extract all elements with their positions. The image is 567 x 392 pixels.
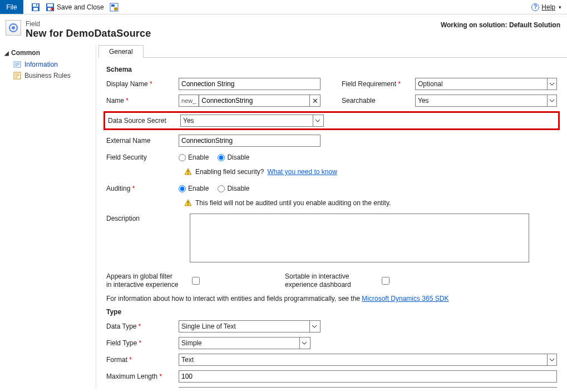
entity-type-label: Field — [26, 20, 151, 28]
file-menu[interactable]: File — [0, 0, 23, 14]
svg-rect-5 — [47, 4, 53, 7]
chevron-down-icon: ▾ — [559, 4, 561, 10]
searchable-value: Yes — [418, 97, 429, 105]
sdk-info-text: For information about how to interact wi… — [106, 295, 362, 302]
searchable-label: Searchable — [332, 97, 415, 105]
searchable-select[interactable]: Yes — [415, 95, 557, 107]
description-label: Description — [106, 214, 179, 222]
sidebar: ◢ Common Information Business Rules — [0, 44, 96, 389]
field-requirement-label: Field Requirement — [332, 80, 415, 88]
warning-icon — [184, 168, 192, 176]
data-type-label: Data Type — [106, 322, 179, 330]
name-input[interactable] — [199, 95, 310, 107]
ime-mode-select[interactable]: auto — [179, 387, 557, 388]
format-value: Text — [181, 356, 194, 364]
info-icon — [13, 61, 21, 68]
data-type-select[interactable]: Single Line of Text — [179, 320, 321, 333]
tab-general[interactable]: General — [98, 45, 144, 58]
section-schema: Schema — [106, 66, 557, 73]
auditing-disable[interactable]: Disable — [218, 185, 249, 192]
field-type-value: Simple — [181, 339, 202, 347]
field-type-label: Field Type — [106, 339, 179, 347]
format-select[interactable]: Text — [179, 354, 557, 366]
global-filter-checkbox[interactable] — [192, 277, 200, 285]
svg-rect-10 — [111, 4, 115, 7]
section-type: Type — [106, 308, 557, 316]
data-source-secret-label: Data Source Secret — [106, 117, 180, 125]
svg-rect-2 — [33, 8, 38, 11]
name-label: Name — [106, 97, 179, 105]
page-title: New for DemoDataSource — [26, 28, 151, 39]
svg-rect-3 — [36, 4, 37, 6]
sortable-checkbox[interactable] — [382, 277, 389, 285]
clear-icon[interactable]: ✕ — [310, 97, 320, 105]
sidebar-item-business-rules[interactable]: Business Rules — [3, 70, 96, 81]
chevron-down-icon — [547, 78, 556, 90]
solution-context: Working on solution: Default Solution — [441, 20, 560, 29]
save-and-close-button[interactable]: Save and Close — [46, 3, 104, 12]
save-button[interactable] — [31, 3, 40, 12]
name-prefix: new_ — [179, 95, 199, 106]
field-security-warning: Enabling field security? — [195, 168, 264, 176]
format-label: Format — [106, 356, 179, 364]
sidebar-section-common[interactable]: ◢ Common — [3, 48, 96, 59]
enable-label: Enable — [188, 185, 209, 192]
help-icon: ? — [531, 3, 539, 11]
sidebar-item-information[interactable]: Information — [3, 59, 96, 70]
auditing-enable[interactable]: Enable — [179, 185, 209, 192]
help-label: Help — [541, 3, 555, 11]
chevron-down-icon — [309, 321, 319, 332]
chevron-down-icon — [313, 115, 322, 126]
field-security-link[interactable]: What you need to know — [267, 168, 337, 176]
maximum-length-input[interactable] — [179, 370, 557, 383]
save-close-icon — [46, 3, 55, 12]
chevron-down-icon — [299, 338, 309, 349]
field-security-disable[interactable]: Disable — [218, 153, 249, 161]
data-source-secret-select[interactable]: Yes — [180, 115, 324, 127]
maximum-length-label: Maximum Length — [106, 373, 179, 380]
sidebar-item-label: Information — [24, 61, 58, 68]
display-name-input[interactable] — [179, 78, 321, 90]
collapse-icon: ◢ — [4, 50, 9, 56]
help-menu[interactable]: ? Help ▾ — [531, 0, 567, 14]
save-icon — [31, 3, 40, 12]
svg-point-24 — [188, 173, 189, 174]
sortable-label: Sortable in interactive experience dashb… — [285, 272, 368, 289]
field-requirement-value: Optional — [418, 80, 443, 88]
field-security-label: Field Security — [106, 153, 179, 161]
chevron-down-icon — [547, 354, 556, 365]
disable-label: Disable — [227, 185, 249, 192]
external-name-input[interactable] — [179, 135, 321, 147]
sdk-link[interactable]: Microsoft Dynamics 365 SDK — [362, 295, 448, 302]
warning-icon — [184, 199, 192, 207]
description-textarea[interactable] — [190, 214, 529, 262]
global-filter-label: Appears in global filter in interactive … — [106, 272, 179, 289]
entity-icon — [6, 20, 21, 36]
name-field[interactable]: new_ ✕ — [179, 95, 321, 107]
enable-label: Enable — [188, 153, 209, 161]
disable-label: Disable — [227, 153, 249, 161]
svg-point-13 — [12, 26, 15, 29]
auditing-label: Auditing — [106, 185, 179, 192]
chevron-down-icon — [547, 95, 556, 106]
auditing-warning: This field will not be audited until you… — [195, 199, 391, 207]
svg-rect-1 — [33, 4, 38, 7]
save-close-label: Save and Close — [57, 3, 104, 11]
rules-icon — [13, 72, 21, 80]
external-name-label: External Name — [106, 137, 179, 145]
svg-point-11 — [114, 7, 117, 11]
display-name-label: Display Name — [106, 80, 179, 88]
svg-point-26 — [188, 204, 189, 205]
field-requirement-select[interactable]: Optional — [415, 78, 557, 90]
sidebar-item-label: Business Rules — [24, 72, 71, 80]
data-source-secret-row: Data Source Secret Yes — [103, 111, 560, 130]
properties-icon — [110, 3, 119, 12]
field-security-enable[interactable]: Enable — [179, 153, 209, 161]
field-type-select[interactable]: Simple — [179, 337, 310, 349]
data-source-secret-value: Yes — [183, 117, 194, 125]
data-type-value: Single Line of Text — [181, 322, 236, 330]
sidebar-section-label: Common — [11, 49, 40, 57]
ribbon-extra-button[interactable] — [110, 3, 119, 12]
